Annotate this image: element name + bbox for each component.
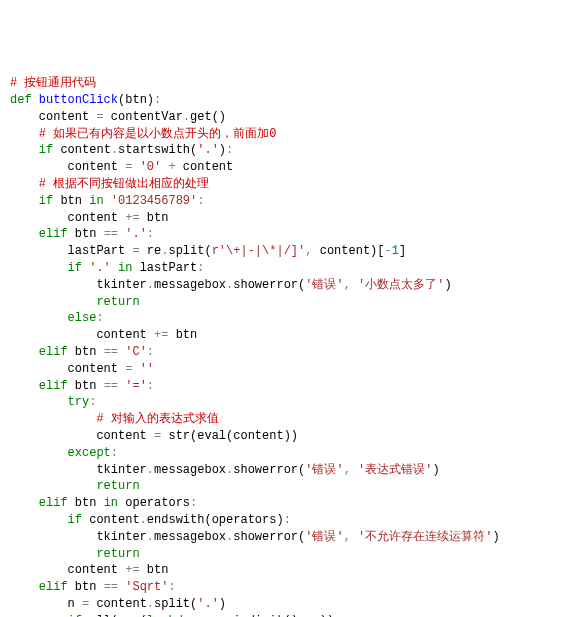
code-token: if [39, 143, 53, 157]
code-token: if [68, 513, 82, 527]
code-token: : [197, 261, 204, 275]
code-line: return [10, 478, 574, 495]
code-line: elif btn == 'C': [10, 344, 574, 361]
code-token [10, 479, 96, 493]
code-token: '0' [140, 160, 162, 174]
code-token: - [385, 244, 392, 258]
code-token: try [68, 395, 90, 409]
code-token: content [176, 160, 234, 174]
code-token: split( [154, 597, 197, 611]
code-token: : [154, 93, 161, 107]
code-token: except [68, 446, 111, 460]
code-token: content [10, 563, 125, 577]
code-token: content [10, 362, 125, 376]
code-token [10, 311, 68, 325]
code-token: contentVar [104, 110, 183, 124]
code-token: elif [39, 580, 68, 594]
code-token: ) [432, 463, 439, 477]
code-token: # 如果已有内容是以小数点开头的，前面加0 [39, 127, 277, 141]
code-token: == [104, 227, 118, 241]
code-token: startswith( [118, 143, 197, 157]
code-line: if content.startswith('.'): [10, 142, 574, 159]
code-token: showerror( [233, 530, 305, 544]
code-token: btn [140, 563, 169, 577]
code-token: '不允许存在连续运算符' [358, 530, 492, 544]
code-token: 1 [392, 244, 399, 258]
code-line: tkinter.messagebox.showerror('错误', '不允许存… [10, 529, 574, 546]
code-token: ) [219, 597, 226, 611]
code-token: '=' [125, 379, 147, 393]
code-token: : [284, 513, 291, 527]
code-line: # 如果已有内容是以小数点开头的，前面加0 [10, 126, 574, 143]
code-line: n = content.split('.') [10, 596, 574, 613]
code-token: ) [492, 530, 499, 544]
code-line: content += btn [10, 210, 574, 227]
code-line: elif btn in operators: [10, 495, 574, 512]
code-token: content [89, 597, 147, 611]
code-token: content [10, 328, 154, 342]
code-line: content += btn [10, 327, 574, 344]
code-token [10, 580, 39, 594]
code-token: == [104, 379, 118, 393]
code-token: '错误' [305, 530, 343, 544]
code-token: . [147, 278, 154, 292]
code-token: : [147, 227, 154, 241]
code-token [132, 362, 139, 376]
code-token: 'Sqrt' [125, 580, 168, 594]
code-token: content [10, 429, 154, 443]
code-token: content [53, 143, 111, 157]
code-token: in [89, 194, 103, 208]
code-token: == [104, 345, 118, 359]
code-token: tkinter [10, 463, 147, 477]
code-token: , [344, 278, 351, 292]
code-token [10, 395, 68, 409]
code-token: '表达式错误' [358, 463, 432, 477]
code-token [104, 194, 111, 208]
code-token: get() [190, 110, 226, 124]
code-token: += [154, 328, 168, 342]
code-token: . [111, 143, 118, 157]
code-token: , [344, 530, 351, 544]
code-token: def [10, 93, 39, 107]
code-line: else: [10, 310, 574, 327]
code-token: showerror( [233, 278, 305, 292]
code-token: # 对输入的表达式求值 [96, 412, 218, 426]
code-token: '错误' [305, 278, 343, 292]
code-token: messagebox [154, 463, 226, 477]
code-token: re [140, 244, 162, 258]
code-token: btn [53, 194, 89, 208]
code-line: elif btn == '.': [10, 226, 574, 243]
code-token [10, 345, 39, 359]
code-token [10, 379, 39, 393]
code-token: btn [68, 345, 104, 359]
code-token: endswith(operators) [147, 513, 284, 527]
code-token: '0123456789' [111, 194, 197, 208]
code-line: content = str(eval(content)) [10, 428, 574, 445]
code-token: elif [39, 496, 68, 510]
code-token: . [140, 513, 147, 527]
code-token: += [125, 563, 139, 577]
code-token: elif [39, 379, 68, 393]
code-token: + [168, 160, 175, 174]
code-line: elif btn == '=': [10, 378, 574, 395]
code-token: '.' [89, 261, 111, 275]
code-line: # 对输入的表达式求值 [10, 411, 574, 428]
code-token: r'\+|-|\*|/]' [212, 244, 306, 258]
code-token [10, 194, 39, 208]
code-line: try: [10, 394, 574, 411]
code-token: return [96, 295, 139, 309]
code-token [10, 177, 39, 191]
code-token [10, 295, 96, 309]
code-token: . [147, 530, 154, 544]
code-line: return [10, 546, 574, 563]
code-token: tkinter [10, 530, 147, 544]
code-token: content [10, 160, 125, 174]
code-token [10, 547, 96, 561]
code-token: '错误' [305, 463, 343, 477]
code-token: ] [399, 244, 406, 258]
code-line: if '.' in lastPart: [10, 260, 574, 277]
code-token: : [168, 580, 175, 594]
code-token: elif [39, 227, 68, 241]
code-token: '.' [197, 143, 219, 157]
code-line: # 按钮通用代码 [10, 75, 574, 92]
